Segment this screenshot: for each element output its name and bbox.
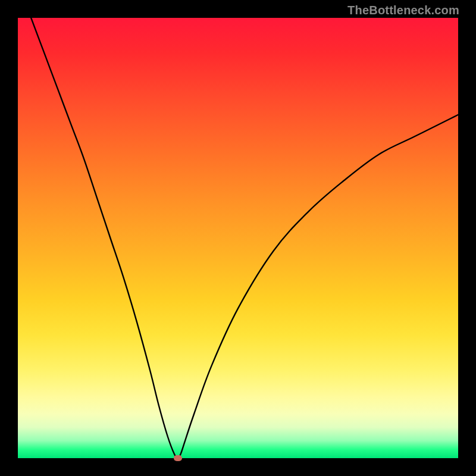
optimum-marker bbox=[174, 455, 182, 461]
watermark-text: TheBottleneck.com bbox=[347, 4, 459, 17]
plot-area bbox=[18, 18, 458, 458]
bottleneck-curve bbox=[18, 18, 458, 458]
chart-frame: TheBottleneck.com bbox=[0, 0, 476, 476]
